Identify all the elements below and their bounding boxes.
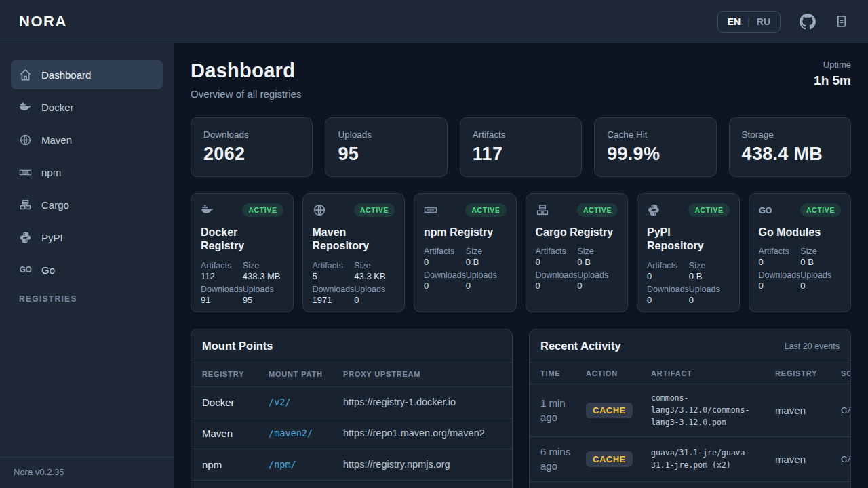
activity-action: CACHE (575, 384, 640, 437)
stat-card-uploads: Uploads 95 (325, 117, 447, 177)
page-subtitle: Overview of all registries (191, 88, 301, 100)
python-icon (647, 203, 660, 217)
go-icon: GO (19, 264, 32, 277)
registry-card-title: Docker Registry (201, 226, 283, 253)
table-row[interactable]: Docker /v2/ https://registry-1.docker.io (191, 386, 512, 418)
registry-card-go[interactable]: GO ACTIVE Go Modules Artifacts0 Size0 B … (749, 193, 852, 312)
stat-label: Size (354, 261, 395, 270)
sidebar-item-label: Maven (41, 134, 72, 146)
stat-label: Uploads (354, 285, 395, 294)
table-row[interactable]: npm /npm/ https://registry.npmjs.org (191, 449, 512, 480)
stat-label: Downloads (759, 270, 801, 280)
lang-ru-button[interactable]: RU (757, 16, 770, 27)
col-header-action: ACTION (575, 363, 640, 384)
home-icon (19, 68, 32, 81)
sidebar-item-dashboard[interactable]: Dashboard (11, 60, 163, 89)
stat-value: 91 (201, 295, 243, 305)
registry-card-title: Maven Repository (313, 226, 395, 253)
lang-separator: | (747, 16, 750, 27)
col-header-registry: REGISTRY (191, 363, 258, 386)
sidebar-item-go[interactable]: GO Go (11, 255, 163, 285)
registry-card-cargo[interactable]: ACTIVE Cargo Registry Artifacts0 Size0 B… (526, 193, 629, 312)
npm-icon: npm (424, 203, 437, 217)
col-header-source: SOURCE (830, 363, 851, 384)
stat-label: Downloads (424, 270, 466, 280)
col-header-artifact: ARTIFACT (640, 363, 764, 384)
lang-en-button[interactable]: EN (728, 16, 741, 27)
stat-label: Size (577, 247, 618, 256)
table-row[interactable]: 6 mins ago CACHE guava/31.1-jre/guava-31… (530, 437, 851, 482)
sidebar-item-cargo[interactable]: Cargo (11, 190, 163, 220)
npm-icon: npm (19, 166, 32, 179)
stat-label: Uploads (338, 129, 434, 140)
sidebar-item-docker[interactable]: Docker (11, 92, 163, 122)
col-header-mount-path: MOUNT PATH (258, 363, 332, 386)
stat-value: 112 (201, 271, 243, 281)
stat-label: Size (466, 247, 507, 256)
stat-value: 99.9% (607, 144, 703, 165)
stat-value: 0 (424, 257, 466, 267)
github-icon[interactable] (800, 14, 816, 30)
stat-card-artifacts: Artifacts 117 (460, 117, 582, 177)
stat-value: 0 (536, 281, 578, 291)
mount-registry: Docker (191, 386, 258, 418)
sidebar-item-label: npm (41, 167, 61, 178)
stat-value: 0 B (577, 257, 618, 267)
sidebar-item-label: Docker (41, 102, 74, 113)
registry-card-maven[interactable]: ACTIVE Maven Repository Artifacts5 Size4… (302, 193, 406, 312)
stat-value: 0 (424, 281, 466, 291)
registry-card-title: Cargo Registry (536, 226, 618, 239)
stat-label: Size (689, 261, 730, 270)
table-row[interactable]: 1 min ago CACHE commons-lang3/3.12.0/com… (530, 384, 851, 437)
uptime-block: Uptime 1h 5m (814, 60, 851, 88)
sidebar-item-pypi[interactable]: PyPI (11, 222, 163, 252)
mount-path: /v2/ (258, 386, 332, 418)
registry-card-npm[interactable]: npm ACTIVE npm Registry Artifacts0 Size0… (414, 193, 517, 312)
mount-path: /npm/ (258, 449, 332, 480)
language-switcher[interactable]: EN | RU (717, 11, 781, 33)
status-badge: ACTIVE (354, 203, 395, 217)
app-version: Nora v0.2.35 (0, 457, 174, 488)
docker-whale-icon (201, 203, 214, 217)
activity-artifact: commons-lang3/3.12.0/commons-lang3-3.12.… (640, 384, 764, 437)
registry-card-title: PyPI Repository (647, 226, 730, 253)
app-logo[interactable]: NORA (19, 13, 67, 30)
docker-whale-icon (19, 101, 32, 114)
sidebar-item-label: Dashboard (41, 69, 91, 81)
docs-icon[interactable] (835, 14, 849, 28)
go-icon: GO (759, 203, 772, 217)
sidebar-item-label: Cargo (41, 199, 69, 211)
stat-label: Downloads (201, 285, 243, 294)
stat-value: 0 (647, 295, 689, 305)
table-header-row: TIME ACTION ARTIFACT REGISTRY SOURCE (530, 363, 851, 384)
col-header-registry: REGISTRY (764, 363, 830, 384)
stat-label: Storage (742, 129, 838, 140)
stat-label: Artifacts (536, 247, 578, 256)
stat-value: 0 (800, 281, 841, 291)
stat-card-downloads: Downloads 2062 (191, 117, 313, 177)
status-badge: ACTIVE (242, 203, 283, 217)
events-count-note: Last 20 events (785, 342, 840, 351)
registry-card-docker[interactable]: ACTIVE Docker Registry Artifacts112 Size… (191, 193, 294, 312)
status-badge: ACTIVE (688, 203, 729, 217)
stat-label: Artifacts (424, 247, 466, 256)
col-header-time: TIME (530, 363, 575, 384)
stat-label: Artifacts (647, 261, 689, 270)
stat-value: 0 (354, 295, 395, 305)
registry-card-pypi[interactable]: ACTIVE PyPI Repository Artifacts0 Size0 … (637, 193, 740, 312)
stat-value: 0 B (689, 271, 730, 281)
activity-registry: maven (764, 384, 830, 437)
cargo-boxes-icon (19, 199, 32, 211)
stat-label: Downloads (313, 285, 355, 294)
stat-value: 5 (313, 271, 355, 281)
topbar-actions: EN | RU (717, 11, 849, 33)
sidebar-item-maven[interactable]: Maven (11, 125, 163, 155)
registry-card-title: Go Modules (759, 226, 842, 239)
mount-upstream: https://registry-1.docker.io (332, 386, 512, 418)
table-row[interactable]: Maven /maven2/ https://repo1.maven.org/m… (191, 418, 512, 449)
sidebar-item-npm[interactable]: npm npm (11, 157, 163, 187)
sidebar: Dashboard Docker Maven npm npm Cargo (0, 43, 174, 488)
sidebar-nav: Dashboard Docker Maven npm npm Cargo (11, 60, 163, 285)
recent-activity-panel: Recent Activity Last 20 events TIME ACTI… (529, 329, 851, 488)
stat-card-cache-hit: Cache Hit 99.9% (594, 117, 716, 177)
